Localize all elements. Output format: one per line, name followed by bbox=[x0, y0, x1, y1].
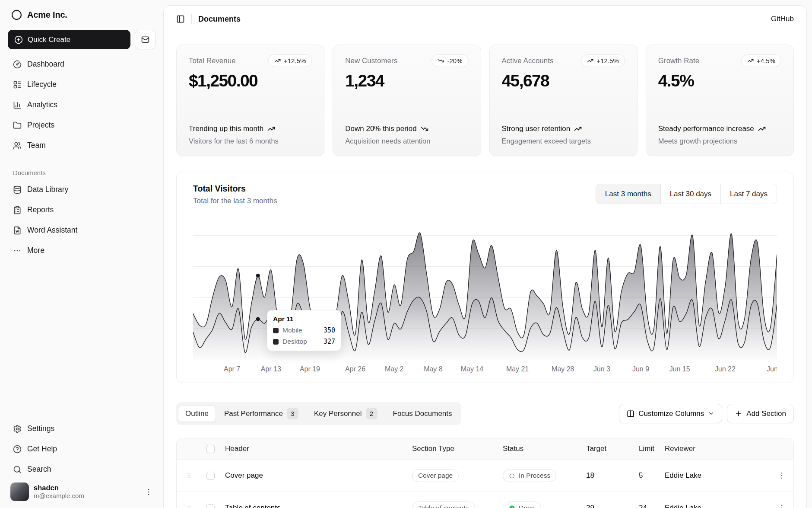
stat-card-active-accounts: Active Accounts+12.5%45,678Strong user r… bbox=[489, 45, 638, 156]
limit-cell[interactable]: 24 bbox=[634, 504, 660, 508]
target-cell[interactable]: 18 bbox=[581, 471, 634, 480]
stat-card-label: Total Revenue bbox=[189, 54, 236, 65]
sidebar-item-settings[interactable]: Settings bbox=[8, 419, 155, 438]
svg-text:Jun 3: Jun 3 bbox=[593, 365, 610, 373]
trend-badge: +4.5% bbox=[741, 54, 781, 67]
user-menu[interactable]: shadcn m@example.com bbox=[8, 479, 155, 502]
sidebar-documents-nav: Data LibraryReportsWord AssistantMore bbox=[8, 180, 155, 260]
add-section-button[interactable]: Add Section bbox=[727, 404, 794, 423]
panel-left-icon[interactable] bbox=[176, 15, 185, 23]
quick-create-button[interactable]: Quick Create bbox=[8, 30, 130, 49]
sidebar-item-projects[interactable]: Projects bbox=[8, 115, 155, 135]
sidebar-item-data-library[interactable]: Data Library bbox=[8, 180, 155, 199]
stat-card-value: 1,234 bbox=[345, 71, 468, 90]
grip-vertical-icon[interactable] bbox=[185, 472, 193, 479]
github-link[interactable]: GitHub bbox=[771, 15, 794, 23]
tooltip-series-value: 350 bbox=[324, 326, 335, 334]
tab-label: Past Performance bbox=[224, 409, 283, 418]
target-cell[interactable]: 29 bbox=[581, 504, 634, 508]
database-icon bbox=[13, 185, 22, 194]
user-email: m@example.com bbox=[34, 492, 84, 500]
more-vertical-icon[interactable] bbox=[144, 488, 153, 496]
chart-plot-area[interactable]: Apr 7Apr 13Apr 19Apr 26May 2May 8May 14M… bbox=[193, 211, 777, 376]
series-swatch bbox=[273, 339, 279, 345]
more-vertical-icon[interactable] bbox=[777, 471, 786, 480]
trend-badge-value: +12.5% bbox=[284, 57, 306, 64]
tab-outline[interactable]: Outline bbox=[178, 406, 216, 422]
tab-focus-documents[interactable]: Focus Documents bbox=[386, 406, 460, 422]
tooltip-series-name: Mobile bbox=[282, 326, 302, 334]
stat-card-label: New Customers bbox=[345, 54, 397, 65]
sidebar-item-dashboard[interactable]: Dashboard bbox=[8, 54, 155, 74]
stat-card-top: New Customers-20% bbox=[345, 54, 468, 67]
brand[interactable]: Acme Inc. bbox=[8, 7, 155, 23]
sidebar-item-analytics[interactable]: Analytics bbox=[8, 95, 155, 115]
ellipsis-icon bbox=[13, 246, 22, 255]
stat-card-label: Active Accounts bbox=[502, 54, 554, 65]
svg-text:May 8: May 8 bbox=[424, 365, 443, 373]
logo-icon bbox=[11, 10, 22, 20]
tab-key-personnel[interactable]: Key Personnel2 bbox=[307, 404, 385, 423]
sidebar-item-label: Data Library bbox=[27, 185, 68, 194]
column-header-status: Status bbox=[498, 444, 581, 453]
sidebar-item-label: Settings bbox=[27, 424, 54, 433]
sidebar-item-search[interactable]: Search bbox=[8, 460, 155, 479]
circle-help-icon bbox=[13, 445, 22, 454]
table-header-row: HeaderSection TypeStatusTargetLimitRevie… bbox=[177, 438, 793, 459]
sidebar-item-lifecycle[interactable]: Lifecycle bbox=[8, 75, 155, 94]
brand-name: Acme Inc. bbox=[27, 10, 67, 20]
clipboard-list-icon bbox=[13, 206, 22, 214]
stat-cards: Total Revenue+12.5%$1,250.00Trending up … bbox=[164, 32, 806, 156]
column-header-target: Target bbox=[581, 444, 634, 453]
range-option-last-30-days[interactable]: Last 30 days bbox=[660, 184, 720, 204]
sidebar-item-reports[interactable]: Reports bbox=[8, 200, 155, 220]
chart-range-toggle: Last 3 monthsLast 30 daysLast 7 days bbox=[596, 184, 777, 204]
range-option-last-3-months[interactable]: Last 3 months bbox=[596, 184, 660, 204]
drag-cell bbox=[177, 505, 201, 508]
table-body: Cover pageCover pageIn Process185Eddie L… bbox=[177, 459, 793, 508]
gauge-icon bbox=[13, 60, 22, 69]
customize-columns-button[interactable]: Customize Columns bbox=[619, 404, 722, 423]
stat-card-new-customers: New Customers-20%1,234Down 20% this peri… bbox=[333, 45, 481, 156]
range-option-last-7-days[interactable]: Last 7 days bbox=[720, 184, 777, 204]
tab-count-badge: 3 bbox=[287, 408, 298, 419]
quick-create-label: Quick Create bbox=[28, 35, 70, 44]
stat-card-growth-rate: Growth Rate+4.5%4.5%Steady performance i… bbox=[646, 45, 794, 156]
checkbox-cell bbox=[201, 504, 220, 508]
main-header: Documents GitHub bbox=[164, 6, 806, 32]
tab-label: Outline bbox=[185, 409, 209, 418]
sidebar-item-get-help[interactable]: Get Help bbox=[8, 439, 155, 459]
row-checkbox[interactable] bbox=[206, 472, 215, 480]
inbox-button[interactable] bbox=[135, 30, 155, 49]
sidebar-item-label: Dashboard bbox=[27, 60, 64, 69]
grip-vertical-icon[interactable] bbox=[185, 505, 193, 508]
chart-subtitle: Total for the last 3 months bbox=[193, 197, 277, 205]
select-all-checkbox[interactable] bbox=[206, 445, 215, 453]
svg-text:Apr 13: Apr 13 bbox=[261, 365, 281, 373]
row-checkbox[interactable] bbox=[206, 504, 215, 508]
tab-count-badge: 2 bbox=[366, 408, 377, 419]
sidebar-item-word-assistant[interactable]: Word Assistant bbox=[8, 220, 155, 240]
limit-cell[interactable]: 5 bbox=[634, 471, 660, 480]
reviewer-cell[interactable]: Eddie Lake bbox=[660, 504, 770, 508]
reviewer-cell[interactable]: Eddie Lake bbox=[660, 471, 770, 480]
row-header-cell[interactable]: Cover page bbox=[220, 471, 407, 480]
svg-text:Jun 9: Jun 9 bbox=[632, 365, 649, 373]
section-type-badge: Table of contents bbox=[412, 502, 475, 508]
svg-text:May 28: May 28 bbox=[552, 365, 574, 373]
stat-card-value: $1,250.00 bbox=[189, 71, 312, 90]
layout-list-icon bbox=[13, 80, 22, 89]
tab-past-performance[interactable]: Past Performance3 bbox=[217, 404, 306, 423]
users-icon bbox=[13, 141, 22, 150]
settings-icon bbox=[13, 425, 22, 433]
tooltip-series-value: 327 bbox=[324, 338, 335, 345]
sidebar-item-label: Reports bbox=[27, 205, 54, 214]
sidebar-item-more[interactable]: More bbox=[8, 241, 155, 260]
loader-icon bbox=[509, 473, 515, 479]
sidebar-item-team[interactable]: Team bbox=[8, 136, 155, 155]
row-header-cell[interactable]: Table of contents bbox=[220, 504, 407, 508]
circle-check-filled-icon bbox=[509, 505, 515, 508]
more-vertical-icon[interactable] bbox=[777, 504, 786, 508]
main-panel: Documents GitHub Total Revenue+12.5%$1,2… bbox=[163, 5, 807, 508]
svg-text:Jun 22: Jun 22 bbox=[715, 365, 736, 373]
